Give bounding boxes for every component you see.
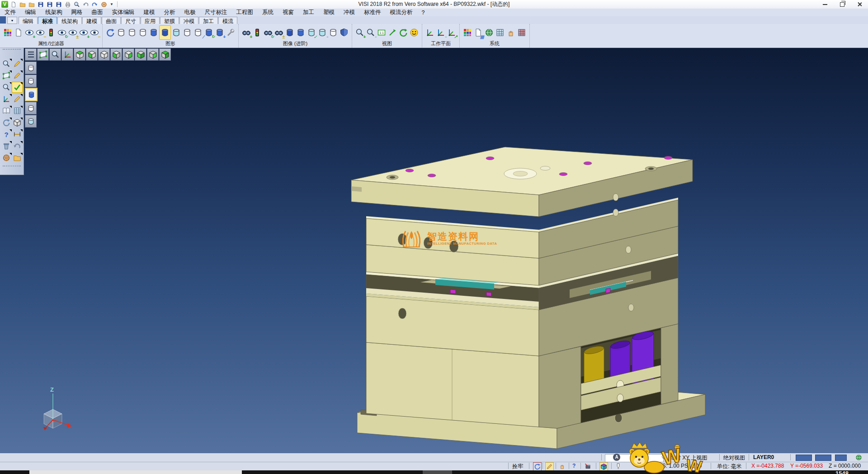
solid-shield-icon[interactable] <box>339 26 349 39</box>
grid-snap-icon[interactable] <box>644 462 651 470</box>
menu-edit[interactable]: 编辑 <box>20 9 41 16</box>
layer-color-swatch[interactable] <box>796 455 812 461</box>
menu-modeling[interactable]: 建模 <box>139 9 160 16</box>
ghost-mode-icon[interactable] <box>25 102 37 114</box>
layer-color-swatch[interactable] <box>815 455 831 461</box>
copy-attributes-icon[interactable] <box>13 26 24 39</box>
layer-colors-icon[interactable] <box>462 26 473 39</box>
hide-entities-icon[interactable]: − <box>35 26 46 39</box>
menu-drawing[interactable]: 工程图 <box>232 9 258 16</box>
zoom-window-icon[interactable]: ▫ <box>365 26 376 39</box>
copy-solid-icon[interactable]: + <box>214 26 225 39</box>
menu-help[interactable]: ? <box>417 9 429 16</box>
zoom-fly-icon[interactable] <box>49 48 61 61</box>
solid-cube-icon[interactable] <box>12 118 22 128</box>
option-table-icon[interactable] <box>495 26 505 39</box>
zoom-arrow-icon[interactable] <box>387 26 398 39</box>
cube-back-icon[interactable] <box>147 48 159 61</box>
wireframe-cylinder-icon[interactable] <box>127 26 137 39</box>
cube-iso-icon[interactable] <box>74 48 85 61</box>
menu-system[interactable]: 系统 <box>258 9 278 16</box>
package-import-icon[interactable] <box>584 462 592 470</box>
filter-preview-icon[interactable] <box>1 59 11 69</box>
tab-flow[interactable]: 模流 <box>218 17 237 24</box>
plane-select-icon[interactable] <box>37 48 49 61</box>
render-view-icon[interactable] <box>409 26 420 39</box>
menu-file[interactable]: 文件 <box>0 9 20 16</box>
tab-application[interactable]: 应用 <box>141 17 160 24</box>
regen-green-icon[interactable]: ↻ <box>203 26 214 39</box>
erase-pencil-icon[interactable] <box>12 59 22 69</box>
spline-pencil-icon[interactable] <box>12 94 22 104</box>
zoom-dynamic-icon[interactable] <box>1 82 11 92</box>
shaded-solid-icon[interactable] <box>148 26 159 39</box>
wireframe-mode-icon[interactable] <box>25 62 37 74</box>
solid-settings-icon[interactable] <box>225 26 236 39</box>
menu-surface[interactable]: 曲面 <box>87 9 108 16</box>
view-toggle-icon[interactable]: ± <box>274 26 284 39</box>
plane-select-icon[interactable] <box>1 71 11 81</box>
selection-filter-icon[interactable] <box>46 26 57 39</box>
hatched-mode-icon[interactable] <box>25 115 37 128</box>
view-refresh-icon[interactable]: ↻ <box>263 26 274 39</box>
menu-standard-parts[interactable]: 标准件 <box>359 9 386 16</box>
curve-pencil-icon[interactable] <box>12 71 22 81</box>
zoom-in-icon[interactable]: + <box>354 26 365 39</box>
menu-analysis[interactable]: 分析 <box>160 9 180 16</box>
magic-wand-icon[interactable] <box>545 462 554 471</box>
wireframe-cylinder-icon[interactable] <box>137 26 148 39</box>
taskbar-window-button[interactable] <box>29 470 242 474</box>
workplane-align-icon[interactable]: ↗ <box>446 26 457 39</box>
menu-mesh[interactable]: 网格 <box>67 9 87 16</box>
matrix-grid-icon[interactable] <box>516 26 527 39</box>
toolbar-more-dropdown[interactable]: ▼ <box>109 2 114 6</box>
attribute-palette-icon[interactable] <box>2 26 13 39</box>
menu-mould[interactable]: 塑模 <box>319 9 339 16</box>
layer-color-swatch[interactable] <box>835 455 847 461</box>
tab-progress[interactable]: 冲模 <box>179 17 198 24</box>
solid-wire-icon[interactable] <box>328 26 339 39</box>
workplane-view-icon[interactable] <box>425 26 435 39</box>
undo-icon[interactable] <box>82 1 90 8</box>
menu-flow-analysis[interactable]: 模流分析 <box>386 9 417 16</box>
save-copy-icon[interactable] <box>55 1 62 8</box>
color-table-icon[interactable]: ▦ <box>473 26 484 39</box>
print-preview-icon[interactable] <box>73 1 80 8</box>
macro-history-icon[interactable] <box>100 1 108 8</box>
hatched-solid-icon[interactable]: ∕ <box>193 26 203 39</box>
workplane-entity-icon[interactable]: ▫ <box>435 26 446 39</box>
menu-machining[interactable]: 加工 <box>298 9 319 16</box>
tab-edit[interactable]: 编辑 <box>19 17 38 24</box>
save-as-icon[interactable] <box>46 1 53 8</box>
cube-front-icon[interactable] <box>135 48 146 61</box>
wcs-triad-icon[interactable] <box>61 48 73 61</box>
view-filter-icon[interactable] <box>252 26 263 39</box>
regen-solid-icon[interactable] <box>105 26 116 39</box>
show-entities-icon[interactable]: + <box>24 26 35 39</box>
menu-window[interactable]: 视窗 <box>278 9 298 16</box>
grab-hand-icon[interactable] <box>558 462 566 470</box>
close-button[interactable] <box>851 0 868 9</box>
insert-model-icon[interactable] <box>28 1 35 8</box>
grid-window-icon[interactable] <box>12 106 22 116</box>
cube-left-icon[interactable] <box>110 48 122 61</box>
hidden-line-mode-icon[interactable] <box>25 75 37 87</box>
3d-viewport-canvas[interactable]: Z <box>0 48 868 453</box>
sync-view-icon[interactable] <box>533 462 542 471</box>
confirm-check-icon[interactable] <box>12 82 22 92</box>
cube-display-icon[interactable] <box>599 462 608 471</box>
layer-button[interactable]: LAYER0 <box>753 454 774 460</box>
undo-icon[interactable] <box>12 141 22 151</box>
wcs-axis-icon[interactable] <box>1 94 11 104</box>
shade-solid-small-icon[interactable] <box>295 26 306 39</box>
tab-dropdown-button[interactable]: ▼ <box>7 17 17 24</box>
view-add-icon[interactable]: + <box>241 26 252 39</box>
help-question-icon[interactable]: ? <box>1 129 11 139</box>
cube-wire-icon[interactable] <box>98 48 110 61</box>
hide-all-icon[interactable]: − <box>89 26 100 39</box>
select-options-icon[interactable] <box>505 26 516 39</box>
toggle-visibility-icon[interactable]: ± <box>67 26 78 39</box>
menu-progress[interactable]: 冲模 <box>339 9 359 16</box>
validate-solid-icon[interactable]: ✓ <box>306 26 317 39</box>
tab-standard[interactable]: 标准 <box>38 17 57 24</box>
